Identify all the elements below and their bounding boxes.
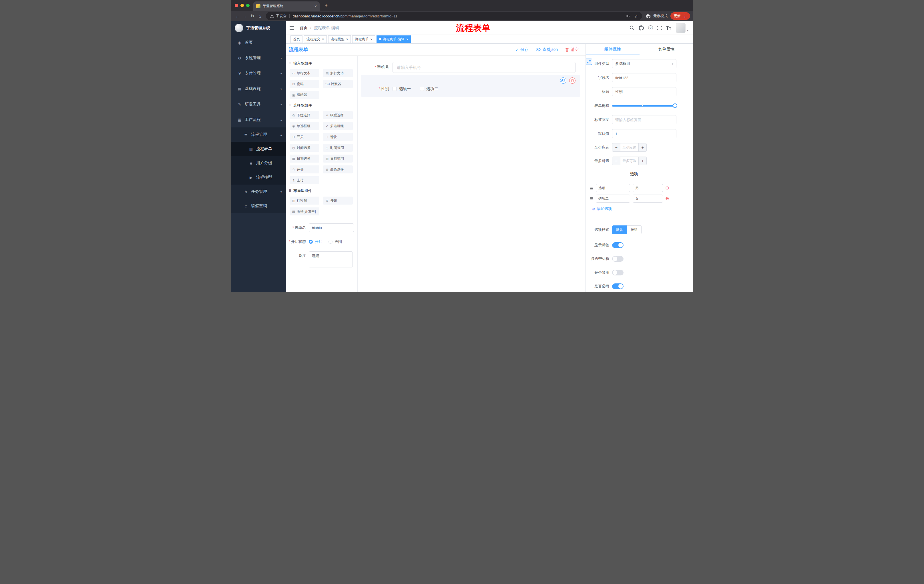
palette-item-switch[interactable]: ⊙开关 (290, 133, 319, 141)
palette-item-row-container[interactable]: ◫行容器 (290, 197, 319, 204)
browser-menu-kebab-icon[interactable]: ⋮ (683, 14, 687, 18)
tags-view-item[interactable]: 流程表单-编辑× (376, 35, 411, 43)
close-icon[interactable]: × (346, 38, 348, 41)
zoom-window-button[interactable] (246, 4, 249, 7)
font-size-icon[interactable] (666, 26, 672, 30)
sidebar-item-task-management[interactable]: ⋔任务管理▾ (231, 184, 286, 199)
back-button[interactable]: ← (234, 14, 241, 18)
remove-option-icon[interactable]: ⊖ (665, 196, 669, 201)
sidebar-item-workflow[interactable]: ▦工作流程▴ (231, 112, 286, 127)
bookmark-star-icon[interactable]: ☆ (634, 14, 638, 18)
palette-item-cascader[interactable]: ⋔级联选择 (323, 111, 353, 119)
palette-item-multi-line-text[interactable]: ▤多行文本 (323, 69, 353, 77)
add-option-button[interactable]: ⊕ 添加选项 (592, 206, 676, 211)
status-radio-off[interactable]: 关闭 (328, 239, 342, 244)
password-key-icon[interactable] (625, 15, 630, 17)
field-name-input[interactable] (612, 73, 676, 82)
decrease-button[interactable]: − (612, 157, 620, 165)
sidebar-item-process-management[interactable]: ≣流程管理▴ (231, 127, 286, 142)
title-input[interactable] (612, 87, 676, 96)
sidebar-item-process-form[interactable]: ▥流程表单 (231, 142, 286, 156)
drag-handle-icon[interactable]: ≣ (589, 196, 594, 201)
increase-button[interactable]: + (639, 143, 647, 151)
toggle-switch[interactable] (612, 242, 624, 248)
palette-item-select[interactable]: ◎下拉选择 (290, 111, 319, 119)
increase-button[interactable]: + (639, 157, 647, 165)
default-value-input[interactable] (612, 129, 676, 138)
address-bar[interactable]: 不安全 dashboard.yudao.iocoder.cn/bpm/manag… (266, 12, 642, 20)
sidebar-item-process-model[interactable]: ▶流程模型 (231, 170, 286, 184)
tags-view-item[interactable]: 流程定义× (304, 35, 327, 43)
sidebar-item-system-management[interactable]: ⚙系统管理▾ (231, 50, 286, 66)
toggle-switch[interactable] (612, 270, 624, 275)
palette-item-color-picker[interactable]: ◍颜色选择 (323, 165, 353, 173)
palette-item-password[interactable]: ⊡密码 (290, 80, 319, 88)
tab-form-props[interactable]: 表单属性 (640, 44, 693, 55)
avatar-caret-down-icon[interactable]: ▾ (687, 29, 688, 32)
option-name-input[interactable] (596, 194, 630, 202)
close-icon[interactable]: × (370, 38, 373, 41)
palette-item-editor[interactable]: ▣编辑器 (290, 91, 319, 99)
form-canvas[interactable]: *手机号 (358, 56, 586, 292)
form-grid-slider[interactable] (612, 101, 676, 110)
clear-button[interactable]: 清空 (565, 47, 579, 52)
tab-component-props[interactable]: 组件属性 (586, 44, 640, 55)
phone-input[interactable] (393, 62, 576, 73)
fullscreen-icon[interactable] (657, 26, 662, 30)
breadcrumb-home[interactable]: 首页 (300, 25, 308, 30)
gender-field-block-selected[interactable]: *性别 选项一 选项二 (361, 75, 580, 97)
tab-close-icon[interactable]: × (315, 4, 317, 8)
palette-item-radio-group[interactable]: ◉单选框组 (290, 122, 319, 130)
palette-item-time-range[interactable]: ◴时间范围 (323, 144, 353, 152)
security-label[interactable]: 不安全 (276, 14, 287, 18)
palette-item-date-picker[interactable]: ▦日期选择 (290, 155, 319, 163)
sidebar-item-leave-query[interactable]: ☺请假查询 (231, 199, 286, 213)
option-style-default-button[interactable]: 默认 (612, 225, 627, 234)
palette-item-counter[interactable]: 123计数器 (323, 80, 353, 88)
hamburger-menu-icon[interactable] (289, 26, 294, 30)
option-value-input[interactable] (633, 194, 663, 202)
min-select-input[interactable] (620, 143, 639, 151)
sidebar-item-user-group[interactable]: ☻用户分组 (231, 156, 286, 170)
save-button[interactable]: ✓ 保存 (515, 47, 529, 52)
sidebar-item-home[interactable]: ◉首页 (231, 35, 286, 50)
view-json-button[interactable]: 查看json (536, 47, 558, 52)
sidebar-item-dev-tools[interactable]: ✎研发工具▾ (231, 97, 286, 112)
gender-option-2-checkbox[interactable]: 选项二 (420, 86, 438, 91)
tags-view-item[interactable]: 流程表单× (352, 35, 375, 43)
label-width-input[interactable] (612, 115, 676, 124)
option-value-input[interactable] (633, 184, 663, 192)
drag-handle-icon[interactable]: ≣ (589, 186, 594, 190)
new-tab-button[interactable]: + (323, 3, 329, 8)
decrease-button[interactable]: − (612, 143, 620, 151)
component-type-select[interactable]: 多选框组 ▾ (612, 59, 676, 68)
remove-option-icon[interactable]: ⊖ (665, 186, 669, 190)
palette-item-rate[interactable]: ☆评分 (290, 165, 319, 173)
palette-item-table[interactable]: ▩表格[开发中] (290, 207, 319, 216)
search-icon[interactable] (630, 25, 634, 30)
tags-view-item[interactable]: 首页 (290, 35, 302, 43)
option-style-button-button[interactable]: 按钮 (627, 225, 642, 234)
gender-option-1-checkbox[interactable]: 选项一 (393, 86, 411, 91)
github-icon[interactable] (639, 25, 644, 31)
palette-item-button[interactable]: ⊚按钮 (323, 197, 353, 204)
palette-item-single-line-text[interactable]: ▭单行文本 (290, 69, 319, 77)
palette-item-time-picker[interactable]: ◷时间选择 (290, 144, 319, 152)
form-name-input[interactable] (309, 224, 354, 232)
minimize-window-button[interactable] (241, 4, 244, 7)
link-icon[interactable] (586, 59, 592, 65)
tags-view-item[interactable]: 流程模型× (328, 35, 351, 43)
home-button[interactable]: ⌂ (256, 14, 264, 18)
palette-item-date-range[interactable]: ▥日期范围 (323, 155, 353, 163)
user-avatar[interactable] (676, 23, 686, 33)
close-window-button[interactable] (235, 4, 238, 7)
form-remark-textarea[interactable]: 嘿嘿 (309, 252, 353, 267)
max-select-input[interactable] (620, 157, 639, 165)
logo-row[interactable]: 芋道管理系统 (231, 21, 286, 35)
toggle-switch[interactable] (612, 256, 624, 262)
sidebar-item-infrastructure[interactable]: ▤基础设施▾ (231, 81, 286, 97)
toggle-switch[interactable] (612, 283, 624, 289)
reload-button[interactable]: ↻ (249, 13, 256, 18)
palette-item-slider[interactable]: ⊸滑块 (323, 133, 353, 141)
update-button[interactable]: 更新 ⋮ (670, 12, 690, 20)
